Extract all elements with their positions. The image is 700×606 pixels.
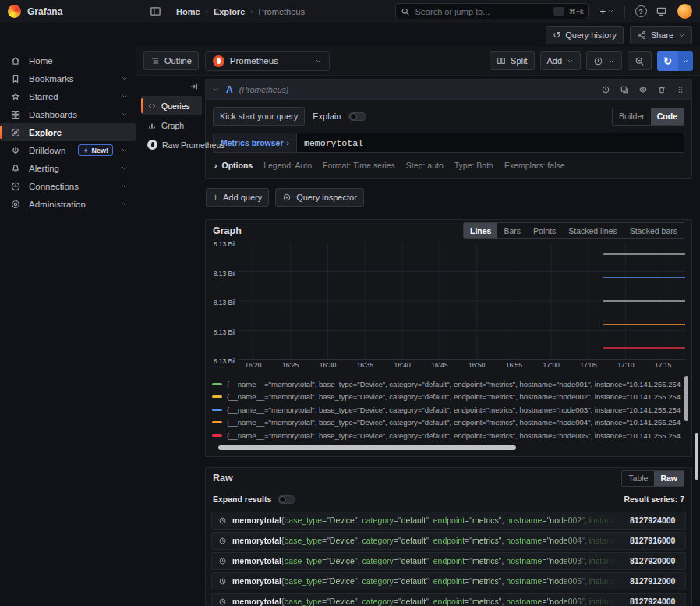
mega-menu-toggle-button[interactable] — [147, 3, 164, 20]
split-button[interactable]: Split — [490, 51, 534, 70]
raw-view-table[interactable]: Table — [622, 471, 654, 486]
plug-icon — [10, 181, 21, 192]
add-query-button[interactable]: + Add query — [206, 188, 269, 207]
sidebar-item-home[interactable]: Home — [0, 51, 136, 69]
delete-query-trash-icon[interactable] — [657, 85, 666, 94]
legend-item[interactable]: {__name__="memorytotal", base_type="Devi… — [212, 403, 681, 416]
sidebar-item-label: Drilldown — [29, 146, 70, 155]
new-menu-button[interactable]: + — [596, 3, 617, 20]
graph-style-lines[interactable]: Lines — [464, 223, 497, 238]
outline-list-icon — [150, 56, 160, 66]
add-label: Add — [547, 56, 563, 66]
page-scrollbar-thumb[interactable] — [695, 433, 698, 480]
add-dropdown-button[interactable]: Add — [540, 51, 582, 70]
split-icon — [497, 56, 506, 66]
option-legend: Legend: Auto — [263, 161, 312, 170]
chevron-down-icon — [567, 58, 574, 65]
series-color-dash — [212, 395, 222, 398]
user-avatar[interactable] — [677, 4, 692, 19]
search-box[interactable]: ⌘+k — [395, 3, 589, 19]
graph-style-stacked-lines[interactable]: Stacked lines — [562, 223, 623, 238]
sidebar-item-drilldown[interactable]: Drilldown New! — [0, 141, 136, 159]
disable-query-eye-icon[interactable] — [638, 85, 648, 94]
series-history-icon — [218, 557, 227, 565]
rail-item-raw-prometheus[interactable]: Raw Prometheus — [141, 135, 202, 154]
datasource-picker[interactable]: Prometheus — [205, 51, 330, 71]
drag-handle-icon[interactable] — [676, 85, 685, 94]
sidebar-item-label: Alerting — [29, 164, 113, 173]
raw-result-row[interactable]: memorytotal{base_type="Device", category… — [211, 593, 686, 606]
chevron-down-icon — [121, 111, 128, 118]
chevron-down-icon — [121, 200, 128, 207]
legend-item-label: {__name__="memorytotal", base_type="Devi… — [227, 406, 681, 414]
graph-style-points[interactable]: Points — [527, 223, 562, 238]
news-button[interactable] — [652, 3, 670, 20]
refresh-interval-caret[interactable] — [678, 51, 693, 71]
sidebar-item-connections[interactable]: Connections — [0, 177, 136, 195]
sidebar-item-explore[interactable]: Explore — [0, 123, 136, 141]
rail-item-graph[interactable]: Graph — [141, 115, 202, 135]
brand: Grafana — [0, 3, 164, 20]
query-editor-body: Kick start your query Explain Builder Co… — [206, 100, 691, 178]
promql-query-input[interactable]: memorytotal — [296, 133, 684, 153]
share-button[interactable]: Share — [630, 26, 692, 44]
explain-toggle[interactable] — [348, 112, 366, 121]
query-help-clock-icon[interactable] — [601, 85, 610, 94]
legend-horizontal-scrollbar[interactable] — [218, 445, 670, 450]
legend-vertical-scrollbar[interactable] — [684, 376, 688, 421]
x-axis-tick-label: 17:10 — [617, 361, 634, 369]
raw-result-row[interactable]: memorytotal{base_type="Device", category… — [211, 512, 686, 530]
bookmark-icon — [10, 73, 21, 84]
rail-item-queries[interactable]: Queries — [141, 96, 202, 115]
breadcrumb-home[interactable]: Home — [176, 7, 200, 16]
raw-result-row[interactable]: memorytotal{base_type="Device", category… — [211, 572, 686, 590]
chevron-down-icon — [678, 32, 685, 39]
query-inspector-button[interactable]: Query inspector — [275, 188, 364, 207]
brand-name: Grafana — [27, 6, 140, 17]
kick-start-button[interactable]: Kick start your query — [213, 107, 305, 126]
rail-item-label: Queries — [161, 101, 190, 111]
code-mode-option[interactable]: Code — [651, 108, 684, 125]
time-range-picker[interactable] — [586, 51, 622, 70]
expand-results-toggle[interactable] — [278, 495, 295, 504]
series-history-icon — [218, 537, 227, 545]
sidebar-item-administration[interactable]: Administration — [0, 195, 136, 213]
run-query-button[interactable]: ↻ — [657, 51, 693, 71]
chevron-down-icon — [121, 183, 128, 190]
raw-result-row[interactable]: memorytotal{base_type="Device", category… — [211, 552, 686, 570]
graph-style-bars[interactable]: Bars — [497, 223, 527, 238]
query-row-header[interactable]: A (Prometheus) — [206, 80, 691, 100]
legend-item[interactable]: {__name__="memorytotal", base_type="Devi… — [212, 377, 681, 391]
search-input[interactable] — [415, 7, 548, 16]
zoom-out-button[interactable] — [628, 51, 652, 70]
duplicate-query-icon[interactable] — [620, 85, 629, 94]
share-icon — [637, 30, 646, 40]
sidebar-item-bookmarks[interactable]: Bookmarks — [0, 69, 136, 87]
sidebar-item-dashboards[interactable]: Dashboards — [0, 105, 136, 123]
sidebar-item-alerting[interactable]: Alerting — [0, 159, 136, 177]
legend-item[interactable]: {__name__="memorytotal", base_type="Devi… — [212, 429, 681, 442]
legend-item[interactable]: {__name__="memorytotal", base_type="Devi… — [212, 416, 681, 430]
legend-item[interactable]: {__name__="memorytotal", base_type="Devi… — [212, 391, 681, 404]
raw-result-row[interactable]: memorytotal{base_type="Device", category… — [211, 532, 686, 550]
graph-style-stacked-bars[interactable]: Stacked bars — [624, 223, 684, 238]
query-history-button[interactable]: ↺ Query history — [546, 26, 623, 44]
collapse-outline-button[interactable] — [141, 80, 202, 96]
graph-plot[interactable]: 16:2016:2516:3016:3516:4016:4516:5016:55… — [239, 243, 685, 373]
share-label: Share — [651, 30, 673, 40]
sidebar-item-label: Dashboards — [29, 110, 113, 119]
breadcrumb-explore[interactable]: Explore — [214, 7, 245, 16]
metrics-browser-button[interactable]: Metrics browser › — [213, 133, 296, 153]
sidebar-item-starred[interactable]: Starred — [0, 87, 136, 105]
help-button[interactable]: ? — [632, 3, 649, 20]
explain-label: Explain — [313, 112, 341, 121]
raw-view-raw[interactable]: Raw — [654, 471, 684, 486]
query-options-row[interactable]: › Options Legend: Auto Format: Time seri… — [213, 161, 684, 170]
graph-title: Graph — [213, 225, 242, 236]
scrollbar-thumb[interactable] — [218, 445, 516, 450]
outline-button[interactable]: Outline — [143, 51, 199, 70]
gear-icon — [10, 199, 21, 210]
builder-mode-option[interactable]: Builder — [613, 108, 651, 125]
grafana-explore-app: Grafana Home › Explore › Prometheus ⌘+k … — [0, 0, 700, 606]
raw-series-expression: memorytotal{base_type="Device", category… — [232, 516, 624, 525]
